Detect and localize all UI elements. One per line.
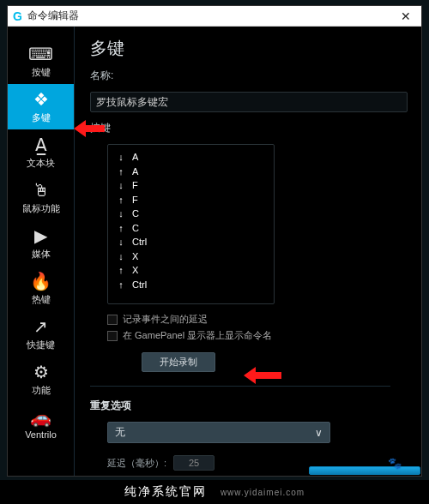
record-delays-checkbox[interactable] [107, 315, 118, 325]
key-name: A [132, 150, 138, 165]
sidebar-item-label: 多键 [32, 111, 51, 124]
sidebar-item-label: 功能 [32, 384, 51, 397]
logitech-logo-icon: G [13, 9, 22, 23]
arrow-down-icon: ↓ [117, 178, 125, 193]
key-name: F [132, 193, 138, 207]
start-recording-button[interactable]: 开始录制 [142, 352, 215, 372]
sidebar-item-multikey[interactable]: ❖ 多键 [8, 84, 74, 129]
name-input[interactable] [90, 92, 408, 112]
watermark-footer: 🐾 纯净系统官网 www.yidaimei.com [0, 480, 429, 504]
record-delays-option[interactable]: 记录事件之间的延迟 [107, 313, 408, 326]
key-name: C [132, 207, 139, 221]
sidebar-item-function[interactable]: ⚙ 功能 [8, 357, 74, 402]
arrow-down-icon: ↓ [117, 207, 125, 221]
car-icon: 🚗 [30, 409, 51, 426]
play-icon: ▶ [34, 227, 47, 244]
key-row[interactable]: ↑A [117, 165, 265, 179]
sidebar-item-media[interactable]: ▶ 媒体 [8, 220, 74, 266]
key-row[interactable]: ↓C [117, 207, 265, 221]
sidebar-item-label: 按键 [32, 66, 51, 79]
key-row[interactable]: ↑X [117, 263, 265, 278]
sidebar-item-shortcut[interactable]: ↗ 快捷键 [8, 311, 74, 357]
sidebar-item-label: 媒体 [32, 248, 51, 261]
repeat-value: 无 [115, 425, 125, 440]
sidebar-item-label: 热键 [32, 293, 51, 306]
arrow-down-icon: ↓ [117, 150, 125, 165]
key-row[interactable]: ↓A [117, 150, 265, 165]
sidebar-item-mouse[interactable]: 🖱 鼠标功能 [8, 175, 74, 220]
key-name: Ctrl [132, 278, 147, 292]
multikey-icon: ❖ [33, 91, 49, 108]
key-row[interactable]: ↓X [117, 249, 265, 264]
key-row[interactable]: ↓Ctrl [117, 235, 265, 249]
confirm-button[interactable] [309, 466, 420, 475]
keyboard-icon: ⌨ [28, 45, 53, 63]
keys-label: 按键 [90, 121, 408, 135]
arrow-up-icon: ↑ [117, 278, 125, 292]
keystroke-list[interactable]: ↓A ↑A ↓F ↑F ↓C ↑C ↓Ctrl ↓X ↑X ↑Ctrl [107, 144, 275, 304]
key-name: Ctrl [132, 235, 147, 249]
repeat-select[interactable]: 无 ∨ [107, 422, 330, 443]
gamepanel-checkbox[interactable] [107, 331, 118, 341]
sidebar-item-hotkeys[interactable]: 🔥 热键 [8, 266, 74, 311]
sidebar-item-keystroke[interactable]: ⌨ 按键 [8, 39, 74, 84]
chevron-down-icon: ∨ [315, 427, 323, 439]
key-row[interactable]: ↑Ctrl [117, 278, 265, 292]
sidebar-item-label: 鼠标功能 [22, 202, 60, 215]
close-icon[interactable]: ✕ [396, 9, 416, 23]
arrow-down-icon: ↓ [117, 249, 125, 264]
window-body: ⌨ 按键 ❖ 多键 A̲ 文本块 🖱 鼠标功能 ▶ 媒体 🔥 热键 [8, 27, 421, 476]
key-name: C [132, 221, 139, 236]
repeat-section-title: 重复选项 [90, 399, 408, 413]
fire-icon: 🔥 [30, 273, 51, 290]
gamepanel-label: 在 GamePanel 显示器上显示命令名 [123, 329, 272, 342]
shortcut-icon: ↗ [33, 318, 48, 335]
content-panel: 多键 名称: 按键 ↓A ↑A ↓F ↑F ↓C ↑C ↓Ctrl ↓X ↑X … [75, 27, 421, 476]
sidebar-item-textblock[interactable]: A̲ 文本块 [8, 129, 74, 175]
key-name: F [132, 178, 138, 193]
delay-label: 延迟（毫秒）: [107, 457, 166, 470]
arrow-up-icon: ↑ [117, 221, 125, 236]
sidebar-item-label: Ventrilo [25, 429, 57, 440]
gear-icon: ⚙ [33, 363, 49, 381]
arrow-up-icon: ↑ [117, 193, 125, 207]
gamepanel-option[interactable]: 在 GamePanel 显示器上显示命令名 [107, 329, 408, 342]
divider [90, 386, 390, 387]
panel-heading: 多键 [90, 37, 408, 60]
command-editor-window: G 命令编辑器 ✕ ⌨ 按键 ❖ 多键 A̲ 文本块 🖱 鼠标功能 ▶ [7, 5, 422, 477]
name-label: 名称: [90, 69, 408, 83]
window-title: 命令编辑器 [27, 9, 396, 23]
sidebar-item-label: 文本块 [27, 157, 55, 170]
site-url: www.yidaimei.com [221, 488, 305, 497]
paw-icon: 🐾 [388, 457, 403, 470]
brand-text: 纯净系统官网 [124, 484, 207, 500]
sidebar-item-ventrilo[interactable]: 🚗 Ventrilo [8, 402, 74, 445]
arrow-up-icon: ↑ [117, 263, 125, 278]
key-row[interactable]: ↑C [117, 221, 265, 236]
key-name: A [132, 165, 138, 179]
arrow-up-icon: ↑ [117, 165, 125, 179]
arrow-down-icon: ↓ [117, 235, 125, 249]
text-icon: A̲ [35, 136, 47, 153]
sidebar: ⌨ 按键 ❖ 多键 A̲ 文本块 🖱 鼠标功能 ▶ 媒体 🔥 热键 [8, 27, 75, 476]
key-row[interactable]: ↓F [117, 178, 265, 193]
key-name: X [132, 263, 138, 278]
key-name: X [132, 249, 138, 264]
titlebar: G 命令编辑器 ✕ [8, 6, 421, 27]
key-row[interactable]: ↑F [117, 193, 265, 207]
mouse-icon: 🖱 [33, 182, 50, 199]
delay-input[interactable] [173, 455, 214, 471]
record-delays-label: 记录事件之间的延迟 [123, 313, 208, 326]
sidebar-item-label: 快捷键 [27, 339, 55, 351]
